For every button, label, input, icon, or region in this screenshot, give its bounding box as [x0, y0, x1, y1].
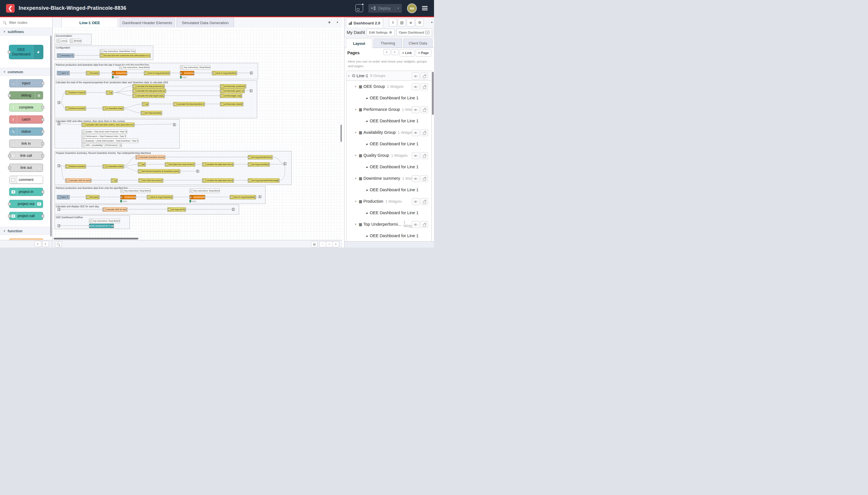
- comment-node[interactable]: Key Instructions: Read Before Proceeding: [89, 219, 120, 223]
- debug-bug-button[interactable]: ж: [407, 18, 415, 27]
- node-output-port[interactable]: [126, 208, 127, 211]
- node-output-port[interactable]: [172, 196, 173, 199]
- comment-node[interactable]: Availavity = (Total Shift Duration - Tot…: [82, 139, 138, 143]
- change-node[interactable]: ⇄Set and store the current line and shif…: [100, 53, 151, 58]
- linkin-node[interactable]: →: [57, 122, 60, 125]
- chevron-down-icon[interactable]: ∨: [354, 85, 358, 88]
- flow-list-caret-icon[interactable]: ▾: [337, 21, 338, 24]
- palette-category-subflows[interactable]: ∨subflows: [0, 28, 52, 36]
- palette-node-link-in[interactable]: →link in: [9, 139, 43, 148]
- collapse-all-button[interactable]: «: [383, 49, 390, 55]
- inject-button[interactable]: [57, 72, 58, 75]
- node-input-port[interactable]: [132, 95, 134, 97]
- node-port[interactable]: [59, 101, 60, 104]
- tree-widget-row[interactable]: ◕OEE Dashboard for Line 1: [347, 138, 431, 150]
- canvas-vscrollbar[interactable]: [341, 125, 342, 142]
- node-input-port[interactable]: [111, 180, 112, 182]
- func-node[interactable]: ƒCalculate OEE for each machine: [65, 178, 91, 183]
- node-input-port[interactable]: [100, 54, 101, 57]
- node-output-port[interactable]: [123, 107, 124, 110]
- node-input-port[interactable]: [8, 94, 11, 97]
- palette-node-link-out[interactable]: →link out: [9, 164, 43, 172]
- tree-group-row[interactable]: ∨▦Production1 Widgets: [347, 195, 431, 207]
- palette-category-function[interactable]: ∨function: [0, 227, 52, 235]
- node-output-port[interactable]: [169, 72, 170, 74]
- calcy-node[interactable]: ⊞Calculate the total downtime duration: [173, 102, 205, 106]
- visibility-eye-button[interactable]: [412, 73, 419, 80]
- node-output-port[interactable]: [194, 164, 195, 166]
- calcy-node[interactable]: ⊞Calculate the total produced units toda…: [132, 84, 165, 88]
- data-node[interactable]: ◗DowntimeData: [180, 71, 194, 75]
- change-node[interactable]: ⇄Set params: [86, 195, 100, 199]
- visibility-eye-button[interactable]: [412, 175, 419, 182]
- node-input-port[interactable]: [86, 196, 87, 199]
- node-output-port[interactable]: [41, 215, 44, 218]
- linkout-node[interactable]: →: [232, 208, 235, 211]
- comment-node[interactable]: Key Instructions: Read Before Proceeding: [120, 189, 151, 193]
- tab-client-data[interactable]: Client Data: [403, 38, 433, 48]
- zoom-in-button[interactable]: +: [332, 241, 339, 247]
- node-input-port[interactable]: [112, 72, 114, 74]
- func-node[interactable]: ƒCalculate Downtime Summery: [136, 155, 165, 159]
- tab-dashboard-2[interactable]: Dashboard 2.0: [346, 18, 383, 28]
- node-output-port[interactable]: [236, 72, 237, 74]
- node-input-port[interactable]: [142, 103, 143, 105]
- node-input-port[interactable]: [220, 85, 221, 88]
- add-link-button[interactable]: + Link: [400, 49, 415, 56]
- palette-node-debug[interactable]: ≣debug: [9, 91, 43, 99]
- expand-all-button[interactable]: »: [392, 49, 398, 55]
- palette-node-link-call[interactable]: ↻link call: [9, 152, 43, 160]
- node-output-port[interactable]: [271, 156, 273, 158]
- node-input-port[interactable]: [86, 72, 87, 74]
- deploy-options-caret-icon[interactable]: ▾: [395, 6, 399, 11]
- zoom-out-button[interactable]: −: [319, 241, 326, 247]
- data-node[interactable]: ◗ProductionData: [120, 195, 136, 199]
- node-input-port[interactable]: [248, 156, 249, 158]
- split-node[interactable]: ⊟split: [138, 162, 146, 167]
- change-node[interactable]: ⇄Calculate OEE and other metrics, then s…: [82, 123, 135, 127]
- sidebar-scrollbar[interactable]: [432, 72, 434, 115]
- node-input-port[interactable]: [144, 72, 145, 74]
- chevron-down-icon[interactable]: ∨: [354, 223, 358, 226]
- tab-theming[interactable]: Theming: [374, 38, 402, 48]
- palette-scroll-area[interactable]: ∨subflowsOEE Dashboard◕∨common→inject≣de…: [0, 28, 52, 240]
- change-node[interactable]: ⇄set flow.total_downtime: [220, 102, 243, 106]
- palette-node-project-in[interactable]: ≺project in: [9, 188, 43, 196]
- node-input-port[interactable]: [167, 208, 169, 211]
- split-node[interactable]: ⊟split: [106, 90, 113, 95]
- lock-button[interactable]: [420, 175, 428, 182]
- join-node[interactable]: ⊞Combine the data back into an array.: [202, 162, 234, 167]
- node-output-port[interactable]: [185, 208, 186, 211]
- node-input-port[interactable]: [141, 112, 142, 114]
- func-node[interactable]: ƒcalculate OEE for each day: [103, 207, 127, 211]
- lock-button[interactable]: [420, 106, 428, 113]
- palette-node-catch[interactable]: !catch: [9, 116, 43, 123]
- tree-page-row[interactable]: ∨⊡Line-19 Groups: [347, 71, 431, 81]
- ai-assistant-icon[interactable]: [355, 4, 363, 12]
- tab-simulated-data-generation[interactable]: Simulated Data Generation: [176, 18, 234, 27]
- node-port[interactable]: [250, 89, 251, 92]
- node-port[interactable]: [232, 208, 233, 210]
- node-output-port[interactable]: [98, 196, 100, 199]
- palette-category-common[interactable]: ∨common: [0, 68, 52, 76]
- config-gear-button[interactable]: ⚙: [416, 18, 424, 27]
- change-node[interactable]: ⇄store in msg.DowntimeData: [230, 195, 256, 199]
- node-output-port[interactable]: [149, 54, 151, 57]
- inject-node[interactable]: →timestamp ↻: [57, 53, 74, 58]
- node-output-port[interactable]: [242, 103, 243, 105]
- split-node[interactable]: ⊟split: [111, 178, 118, 183]
- node-output-port[interactable]: [161, 112, 162, 114]
- node-input-port[interactable]: [136, 156, 137, 158]
- node-input-port[interactable]: [103, 165, 104, 168]
- node-output-port[interactable]: [41, 82, 44, 85]
- comment-node[interactable]: Key Instructions: Read Before Proceeding: [119, 65, 150, 69]
- node-input-port[interactable]: [220, 103, 221, 105]
- comment-node[interactable]: README: [70, 39, 82, 43]
- lock-button[interactable]: [420, 152, 428, 159]
- node-input-port[interactable]: [248, 180, 249, 182]
- inject-node[interactable]: →inject ↻: [57, 195, 70, 199]
- node-input-port[interactable]: [230, 196, 231, 199]
- node-input-port[interactable]: [8, 51, 11, 54]
- node-output-port[interactable]: [112, 225, 114, 227]
- node-output-port[interactable]: [255, 196, 256, 199]
